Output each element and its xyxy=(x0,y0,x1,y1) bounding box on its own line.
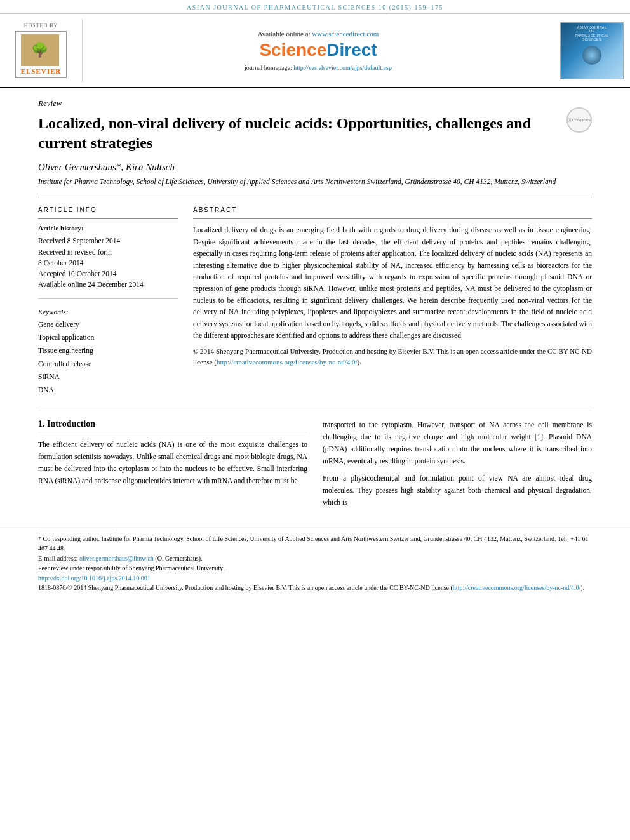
issn-copyright-line: 1818-0876/© 2014 Shenyang Pharmaceutical… xyxy=(38,583,592,593)
cc-license-link[interactable]: http://creativecommons.org/licenses/by-n… xyxy=(217,358,358,366)
introduction-two-col: 1. Introduction The efficient delivery o… xyxy=(38,419,592,514)
journal-header-bar: ASIAN JOURNAL OF PHARMACEUTICAL SCIENCES… xyxy=(0,0,630,14)
email-link[interactable]: oliver.germershaus@fhnw.ch xyxy=(79,555,154,562)
elsevier-tree-icon: 🌳 xyxy=(21,34,59,66)
intro-right-col: transported to the cytoplasm. However, t… xyxy=(323,419,592,514)
journal-cover-image: ASIAN JOURNALOFPHARMACEUTICALSCIENCES xyxy=(554,19,630,82)
affiliation-text: Institute for Pharma Technology, School … xyxy=(38,177,592,187)
intro-paragraph-right-2: From a physicochemical and formulation p… xyxy=(323,472,592,509)
email-line: E-mail address: oliver.germershaus@fhnw.… xyxy=(38,554,592,564)
doi-link[interactable]: http://dx.doi.org/10.1016/j.ajps.2014.10… xyxy=(38,575,151,582)
center-header: Available online at www.sciencedirect.co… xyxy=(83,19,554,82)
article-info-column: ARTICLE INFO Article history: Received 8… xyxy=(38,206,178,396)
email-name: (O. Germershaus). xyxy=(155,555,202,562)
available-online-date: Available online 24 December 2014 xyxy=(38,279,178,290)
hosted-by-label: HOSTED BY xyxy=(24,23,58,29)
article-type-label: Review xyxy=(38,98,592,109)
cover-decorative-circle xyxy=(582,46,601,65)
keyword-item: DNA xyxy=(38,383,178,397)
journal-title-bar: ASIAN JOURNAL OF PHARMACEUTICAL SCIENCES… xyxy=(187,4,443,11)
available-online-text: Available online at www.sciencedirect.co… xyxy=(258,30,379,37)
journal-homepage-link[interactable]: http://ees.elsevier.com/ajps/default.asp xyxy=(293,64,392,71)
intro-left-col: 1. Introduction The efficient delivery o… xyxy=(38,419,307,514)
email-label: E-mail address: xyxy=(38,555,77,562)
keywords-block: Keywords: Gene deliveryTopical applicati… xyxy=(38,308,178,397)
peer-review-note: Peer review under responsibility of Shen… xyxy=(38,563,592,573)
journal-homepage-text: journal homepage: http://ees.elsevier.co… xyxy=(245,64,392,71)
abstract-body: Localized delivery of drugs is an emergi… xyxy=(193,224,592,367)
info-divider xyxy=(38,218,178,219)
footnote-section: * Corresponding author. Institute for Ph… xyxy=(0,524,630,599)
issn-license-link[interactable]: http://creativecommons.org/licenses/by-n… xyxy=(453,584,580,591)
elsevier-box: 🌳 ELSEVIER xyxy=(15,31,67,78)
doi-link-line: http://dx.doi.org/10.1016/j.ajps.2014.10… xyxy=(38,573,592,583)
sciencedirect-url-link[interactable]: www.sciencedirect.com xyxy=(312,30,379,37)
body-section: 1. Introduction The efficient delivery o… xyxy=(0,410,630,514)
cover-image-block: ASIAN JOURNALOFPHARMACEUTICALSCIENCES xyxy=(560,22,624,79)
crossmark-icon xyxy=(568,111,572,129)
issn-text: 1818-0876/© 2014 Shenyang Pharmaceutical… xyxy=(38,584,453,591)
accepted-date: Accepted 10 October 2014 xyxy=(38,269,178,279)
copyright-text: © 2014 Shenyang Pharmaceutical Universit… xyxy=(193,346,592,367)
corresponding-author-note: * Corresponding author. Institute for Ph… xyxy=(38,534,592,554)
received-revised-label: Received in revised form xyxy=(38,247,178,258)
article-history-block: Article history: Received 8 September 20… xyxy=(38,224,178,298)
keywords-list: Gene deliveryTopical applicationTissue e… xyxy=(38,318,178,397)
elsevier-logo-block: HOSTED BY 🌳 ELSEVIER xyxy=(0,19,83,82)
intro-section-heading: 1. Introduction xyxy=(38,419,307,432)
received-revised-date: 8 October 2014 xyxy=(38,258,178,269)
footnote-rule xyxy=(38,530,114,530)
body-divider xyxy=(38,410,592,410)
received-date: Received 8 September 2014 xyxy=(38,236,178,246)
keyword-item: Topical application xyxy=(38,331,178,344)
keyword-item: Tissue engineering xyxy=(38,344,178,357)
abstract-paragraph: Localized delivery of drugs is an emergi… xyxy=(193,224,592,341)
elsevier-name: ELSEVIER xyxy=(21,67,62,75)
info-abstract-section: ARTICLE INFO Article history: Received 8… xyxy=(38,206,592,396)
main-content: Review Localized, non-viral delivery of … xyxy=(0,88,630,397)
title-row: Localized, non-viral delivery of nucleic… xyxy=(38,114,592,162)
abstract-heading: ABSTRACT xyxy=(193,206,592,213)
keyword-item: Controlled release xyxy=(38,357,178,371)
history-label: Article history: xyxy=(38,224,178,232)
article-info-heading: ARTICLE INFO xyxy=(38,206,178,213)
intro-paragraph-left: The efficient delivery of nucleic acids … xyxy=(38,439,307,487)
divider-line xyxy=(38,197,592,197)
keyword-item: SiRNA xyxy=(38,370,178,383)
crossmark-logo: CrossMark xyxy=(566,107,592,133)
authors-line: Oliver Germershaus*, Kira Nultsch xyxy=(38,162,592,173)
keyword-item: Gene delivery xyxy=(38,318,178,331)
intro-body-text-right: transported to the cytoplasm. However, t… xyxy=(323,419,592,509)
journal-header: HOSTED BY 🌳 ELSEVIER Available online at… xyxy=(0,14,630,88)
author-names: Oliver Germershaus*, Kira Nultsch xyxy=(38,162,175,172)
abstract-divider xyxy=(193,218,592,219)
abstract-column: ABSTRACT Localized delivery of drugs is … xyxy=(193,206,592,396)
sciencedirect-logo: ScienceDirect xyxy=(259,40,377,60)
intro-body-text-left: The efficient delivery of nucleic acids … xyxy=(38,439,307,487)
keywords-label: Keywords: xyxy=(38,308,178,316)
article-title: Localized, non-viral delivery of nucleic… xyxy=(38,114,560,153)
intro-paragraph-right-1: transported to the cytoplasm. However, t… xyxy=(323,419,592,467)
